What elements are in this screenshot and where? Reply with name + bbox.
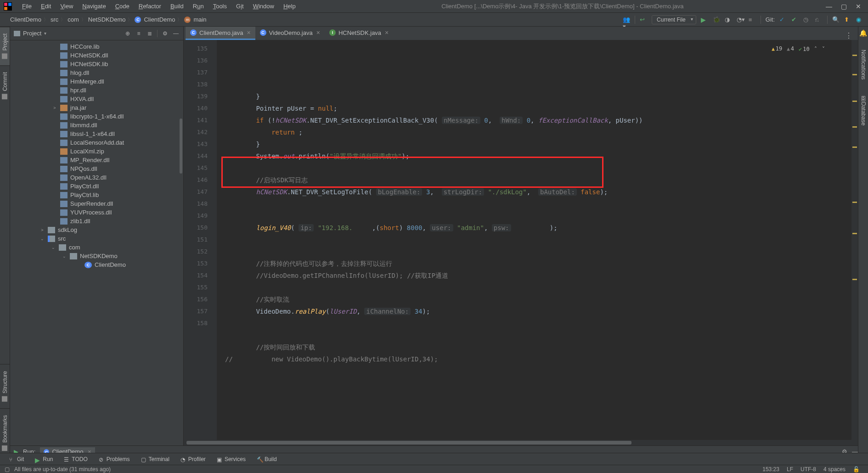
code-editor[interactable]: 19 4 10 ˄ ˅ } Pointer pUser = null; if (… [217, 40, 851, 440]
menu-view[interactable]: View [56, 2, 77, 11]
close-icon[interactable] [384, 29, 389, 36]
tool-tab-structure[interactable]: Structure [0, 364, 10, 408]
tree-item[interactable]: YUVProcess.dll [10, 208, 183, 217]
tool-tab-git[interactable]: ⑂Git [5, 455, 28, 464]
tool-tab-todo[interactable]: ☰TODO [59, 455, 92, 464]
crumb-method[interactable]: main [193, 16, 206, 23]
tree-item[interactable]: ⌄src [10, 234, 183, 243]
run-config-selector[interactable]: Current File [652, 15, 696, 24]
coverage-button[interactable]: ◑ [725, 16, 732, 23]
weak-warnings-count[interactable]: 4 [787, 43, 794, 55]
run-button[interactable] [701, 16, 708, 23]
tree-arrow-icon[interactable]: > [39, 228, 45, 232]
tool-tab-project[interactable]: Project [0, 27, 10, 65]
tree-item[interactable]: HmMerge.dll [10, 77, 183, 86]
window-maximize-button[interactable]: ▢ [840, 3, 847, 10]
tree-item[interactable]: HCNetSDK.dll [10, 51, 183, 60]
back-arrow-icon[interactable]: ↩ [640, 16, 647, 23]
debug-button[interactable] [713, 16, 720, 23]
profiler-button[interactable]: ◔▾ [737, 16, 744, 23]
close-icon[interactable] [246, 29, 250, 36]
bell-icon[interactable]: 🔔 [859, 29, 867, 37]
ide-settings-icon[interactable]: ⬆ [844, 16, 851, 23]
readonly-lock-icon[interactable]: 🔓 [849, 466, 863, 473]
tree-arrow-icon[interactable]: ⌄ [51, 245, 56, 250]
users-icon[interactable]: 👥▾ [623, 16, 630, 23]
horizontal-scrollbar[interactable] [184, 440, 858, 445]
tree-item[interactable]: PlayCtrl.lib [10, 191, 183, 199]
window-minimize-button[interactable]: — [826, 3, 832, 10]
chevron-down-icon[interactable]: ▾ [44, 31, 46, 36]
tree-item[interactable]: libcrypto-1_1-x64.dll [10, 112, 183, 121]
tree-item[interactable]: ⌄NetSDKDemo [10, 252, 183, 260]
status-bar-toggle-icon[interactable]: ▢ [5, 466, 10, 473]
tree-item[interactable]: ⌄com [10, 243, 183, 252]
menu-build[interactable]: Build [167, 2, 187, 11]
settings-gear-icon[interactable]: ⚙ [161, 30, 169, 37]
tool-tab-terminal[interactable]: ▢Terminal [136, 455, 174, 464]
menu-window[interactable]: Window [249, 2, 278, 11]
tree-item[interactable]: libmmd.dll [10, 121, 183, 130]
tree-item[interactable]: hpr.dll [10, 86, 183, 95]
commit-icon[interactable]: ✔ [791, 16, 799, 23]
crumb-project[interactable]: ClientDemo [10, 16, 41, 23]
stop-button[interactable] [749, 16, 756, 23]
editor-tab-videodemo[interactable]: VideoDemo.java [255, 27, 325, 40]
window-close-button[interactable]: ✕ [855, 3, 862, 10]
scrollbar-thumb[interactable] [180, 118, 182, 174]
code-lines[interactable]: } Pointer pUser = null; if (!hCNetSDK.NE… [225, 90, 851, 377]
scrollbar-thumb[interactable] [186, 441, 631, 445]
menu-navigate[interactable]: Navigate [79, 2, 109, 11]
menu-file[interactable]: File [18, 2, 35, 11]
tree-item[interactable]: NPQos.dll [10, 164, 183, 173]
warnings-count[interactable]: 19 [772, 43, 782, 55]
tool-tab-bookmarks[interactable]: Bookmarks [0, 408, 10, 457]
menu-git[interactable]: Git [232, 2, 248, 11]
tree-arrow-icon[interactable]: ⌄ [62, 254, 67, 259]
tree-item[interactable]: MP_Render.dll [10, 156, 183, 164]
menu-help[interactable]: Help [280, 2, 299, 11]
error-stripe[interactable] [851, 40, 858, 440]
tool-tab-profiler[interactable]: ◔Profiler [176, 455, 210, 464]
tree-item[interactable]: >sdkLog [10, 225, 183, 234]
tree-item[interactable]: LocalSensorAdd.dat [10, 138, 183, 147]
menu-edit[interactable]: Edit [37, 2, 55, 11]
tree-item[interactable]: ClientDemo [10, 260, 183, 269]
tool-tab-problems[interactable]: ⊘Problems [94, 455, 135, 464]
tree-item[interactable]: SuperRender.dll [10, 199, 183, 208]
tool-tab-run[interactable]: Run [30, 455, 57, 464]
tool-tab-database[interactable]: 🗄Database [859, 92, 868, 129]
caret-position[interactable]: 153:23 [759, 466, 783, 473]
menu-tools[interactable]: Tools [209, 2, 231, 11]
editor-gutter[interactable]: 135 136 137 138 139 140 141 142 143 144 … [184, 40, 217, 440]
more-tabs-button[interactable]: ⋮ [840, 31, 858, 40]
tree-item[interactable]: HCCore.lib [10, 42, 183, 51]
tool-tab-services[interactable]: ▣Services [212, 455, 250, 464]
tree-item[interactable]: zlib1.dll [10, 217, 183, 225]
tree-item[interactable]: libssl-1_1-x64.dll [10, 130, 183, 138]
tree-arrow-icon[interactable]: > [52, 106, 57, 110]
crumb-com[interactable]: com [68, 16, 79, 23]
menu-refactor[interactable]: Refactor [135, 2, 165, 11]
assistant-icon[interactable]: ◉ [856, 16, 863, 23]
update-project-icon[interactable]: ✓ [779, 16, 787, 23]
editor-tab-clientdemo[interactable]: ClientDemo.java [186, 27, 255, 40]
tool-tab-build[interactable]: 🔨Build [252, 455, 282, 464]
editor-tab-hcnetsdk[interactable]: HCNetSDK.java [325, 27, 393, 40]
inspection-nav[interactable]: ˄ ˅ [814, 43, 826, 55]
project-tree[interactable]: HCCore.libHCNetSDK.dllHCNetSDK.libhlog.d… [10, 40, 183, 445]
tool-tab-commit[interactable]: Commit [0, 65, 10, 106]
tree-item[interactable]: OpenAL32.dll [10, 173, 183, 182]
crumb-src[interactable]: src [51, 16, 58, 23]
crumb-class[interactable]: ClientDemo [144, 16, 175, 23]
history-icon[interactable]: ◷ [803, 16, 811, 23]
menu-code[interactable]: Code [112, 2, 133, 11]
tool-tab-notifications[interactable]: Notifications [859, 46, 868, 83]
typos-count[interactable]: 10 [799, 43, 810, 55]
tree-arrow-icon[interactable]: ⌄ [39, 236, 45, 241]
tree-item[interactable]: >jna.jar [10, 103, 183, 112]
tree-item[interactable]: hlog.dll [10, 68, 183, 77]
rollback-icon[interactable]: ⎌ [815, 16, 823, 23]
crumb-pkg[interactable]: NetSDKDemo [88, 16, 126, 23]
tree-item[interactable]: HCNetSDK.lib [10, 60, 183, 68]
